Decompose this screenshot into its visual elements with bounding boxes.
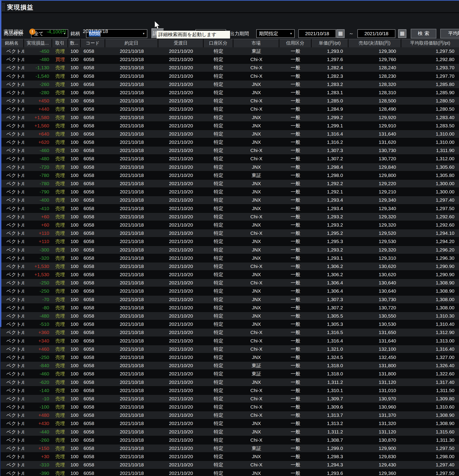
output-period-select[interactable]: 期間指定 ▼: [256, 29, 295, 38]
cell-price: 1,313.7: [312, 411, 348, 419]
cell-margin: 一般: [279, 122, 312, 130]
table-row[interactable]: ベクトル-1,540売埋10060582021/10/182021/10/20特…: [0, 72, 459, 80]
cell-settle-date: 2021/10/20: [158, 64, 204, 72]
column-header-trade[interactable]: 取引: [52, 39, 68, 47]
table-row[interactable]: ベクトル-780売埋10060582021/10/182021/10/20特定東…: [0, 171, 459, 180]
cell-code: 6058: [81, 80, 105, 88]
table-row[interactable]: ベクトル-460売埋10060582021/10/182021/10/20特定東…: [0, 370, 459, 378]
table-row[interactable]: ベクトル-480買埋10060582021/10/182021/10/20特定C…: [0, 56, 459, 64]
table-row[interactable]: ベクトル-250売埋10060582021/10/182021/10/20特定J…: [0, 353, 459, 362]
cell-code: 6058: [81, 97, 105, 105]
cell-account: 特定: [204, 72, 233, 80]
table-row[interactable]: ベクトル+110売埋10060582021/10/182021/10/20特定C…: [0, 229, 459, 238]
column-header-account[interactable]: 口座区分: [204, 39, 233, 47]
cell-amount: 128,320: [348, 80, 401, 88]
table-row[interactable]: ベクトル-780売埋10060582021/10/182021/10/20特定J…: [0, 180, 459, 188]
table-row[interactable]: ベクトル-1,130売埋10060582021/10/182021/10/20特…: [0, 64, 459, 72]
cell-code: 6058: [81, 171, 105, 179]
table-row[interactable]: ベクトル+450売埋10060582021/10/182021/10/20特定C…: [0, 97, 459, 105]
table-row[interactable]: ベクトル-140売埋10060582021/10/182021/10/20特定C…: [0, 387, 459, 395]
table-row[interactable]: ベクトル-790売埋10060582021/10/182021/10/20特定J…: [0, 188, 459, 196]
table-row[interactable]: ベクトル+640売埋10060582021/10/182021/10/20特定J…: [0, 130, 459, 138]
calendar-icon[interactable]: ▦: [398, 29, 406, 38]
table-row[interactable]: ベクトル-410売埋10060582021/10/182021/10/20特定J…: [0, 205, 459, 213]
table-row[interactable]: ベクトル-300売埋10060582021/10/182021/10/20特定J…: [0, 246, 459, 254]
table-row[interactable]: ベクトル-480売埋10060582021/10/182021/10/20特定J…: [0, 312, 459, 320]
table-row[interactable]: ベクトル+1,580売埋10060582021/10/182021/10/20特…: [0, 114, 459, 122]
cell-price: 1,324.5: [312, 353, 348, 361]
table-row[interactable]: ベクトル+110売埋10060582021/10/182021/10/20特定J…: [0, 238, 459, 246]
table-row[interactable]: ベクトル-280売埋10060582021/10/182021/10/20特定J…: [0, 89, 459, 97]
table-row[interactable]: ベクトル-250売埋10060582021/10/182021/10/20特定C…: [0, 279, 459, 287]
table-row[interactable]: ベクトル-840売埋10060582021/10/182021/10/20特定東…: [0, 362, 459, 370]
table-row[interactable]: ベクトル+460売埋10060582021/10/182021/10/20特定C…: [0, 345, 459, 353]
table-row[interactable]: ベクトル-320売埋10060582021/10/182021/10/20特定J…: [0, 254, 459, 263]
table-row[interactable]: ベクトル-100売埋10060582021/10/182021/10/20特定C…: [0, 403, 459, 411]
column-header-settle-date[interactable]: 受渡日: [158, 39, 204, 47]
cell-trade: 売埋: [52, 180, 68, 187]
column-header-trade-date[interactable]: 約定日: [105, 39, 158, 47]
column-header-price[interactable]: 単価(円/pt): [312, 39, 348, 47]
column-header-margin[interactable]: 信用区分: [279, 39, 312, 47]
table-row[interactable]: ベクトル+1,530売埋10060582021/10/182021/10/20特…: [0, 271, 459, 279]
column-header-pl[interactable]: 実現損益...: [24, 39, 52, 47]
column-header-name[interactable]: 銘柄名: [0, 39, 24, 47]
cell-avg-price: 1,308.90: [401, 419, 459, 427]
cell-account: 特定: [204, 411, 233, 419]
table-row[interactable]: ベクトル-80売埋10060582021/10/182021/10/20特定JN…: [0, 304, 459, 312]
search-button[interactable]: 検索: [411, 29, 436, 38]
window-border-left-lower: [0, 327, 1, 476]
drag-handle-icon[interactable]: [2, 3, 5, 12]
table-row[interactable]: ベクトル+150売埋10060582021/10/182021/10/20特定東…: [0, 444, 459, 453]
table-row[interactable]: ベクトル+480売埋10060582021/10/182021/10/20特定C…: [0, 411, 459, 419]
table-row[interactable]: ベクトル+1,530売埋10060582021/10/182021/10/20特…: [0, 263, 459, 271]
average-button[interactable]: 平均取: [440, 29, 459, 38]
column-header-amount[interactable]: 売却/決済額(円): [348, 39, 401, 47]
calendar-icon[interactable]: ▦: [336, 29, 344, 38]
table-row[interactable]: ベクトル+620売埋10060582021/10/182021/10/20特定J…: [0, 138, 459, 146]
cell-price: 1,308.7: [312, 436, 348, 444]
table-row[interactable]: ベクトル+60売埋10060582021/10/182021/10/20特定Ch…: [0, 213, 459, 221]
table-row[interactable]: ベクトル+1,560売埋10060582021/10/182021/10/20特…: [0, 122, 459, 130]
table-row[interactable]: ベクトル+60売埋10060582021/10/182021/10/20特定JN…: [0, 221, 459, 229]
column-header-code[interactable]: コード: [81, 39, 105, 47]
table-header-row: 銘柄名実現損益...取引数...コード約定日受渡日口座区分市場信用区分単価(円/…: [0, 39, 459, 47]
table-row[interactable]: ベクトル-70売埋10060582021/10/182021/10/20特定JN…: [0, 296, 459, 304]
cell-trade: 売埋: [52, 345, 68, 353]
table-row[interactable]: ベクトル-510売埋10060582021/10/182021/10/20特定J…: [0, 320, 459, 329]
table-row[interactable]: ベクトル+430売埋10060582021/10/182021/10/20特定J…: [0, 419, 459, 428]
table-row[interactable]: ベクトル-390売埋10060582021/10/182021/10/20特定J…: [0, 469, 459, 476]
date-to-input[interactable]: 2021/10/18: [357, 29, 395, 38]
cell-settle-date: 2021/10/20: [158, 171, 204, 179]
table-row[interactable]: ベクトル+360売埋10060582021/10/182021/10/20特定C…: [0, 329, 459, 337]
column-header-avg-price[interactable]: 平均取得価額(円/pt): [401, 39, 459, 47]
column-header-market[interactable]: 市場: [233, 39, 279, 47]
table-row[interactable]: ベクトル-720売埋10060582021/10/182021/10/20特定J…: [0, 163, 459, 171]
cell-account: 特定: [204, 469, 233, 476]
cell-pl: -70: [24, 296, 52, 303]
table-row[interactable]: ベクトル-10売埋10060582021/10/182021/10/20特定Ch…: [0, 395, 459, 403]
table-row[interactable]: ベクトル-620売埋10060582021/10/182021/10/20特定J…: [0, 378, 459, 387]
table-row[interactable]: ベクトル-440売埋10060582021/10/182021/10/20特定J…: [0, 428, 459, 436]
cell-market: JNX: [233, 114, 279, 121]
cell-pl: +30: [24, 453, 52, 460]
table-row[interactable]: ベクトル-260売埋10060582021/10/182021/10/20特定J…: [0, 80, 459, 89]
table-row[interactable]: ベクトル-450売埋10060582021/10/182021/10/20特定東…: [0, 47, 459, 56]
table-row[interactable]: ベクトル+440売埋10060582021/10/182021/10/20特定C…: [0, 105, 459, 113]
table-row[interactable]: ベクトル-310売埋10060582021/10/182021/10/20特定C…: [0, 461, 459, 469]
table-row[interactable]: ベクトル-400売埋10060582021/10/182021/10/20特定J…: [0, 196, 459, 204]
cell-market: JNX: [233, 205, 279, 212]
cell-market: JNX: [233, 296, 279, 303]
column-header-qty[interactable]: 数...: [68, 39, 81, 47]
date-from-input[interactable]: 2021/10/18: [298, 29, 336, 38]
table-row[interactable]: ベクトル-260売埋10060582021/10/182021/10/20特定C…: [0, 436, 459, 444]
cell-qty: 100: [68, 196, 81, 204]
table-row[interactable]: ベクトル+30売埋10060582021/10/182021/10/20特定JN…: [0, 453, 459, 461]
cell-trade: 売埋: [52, 155, 68, 162]
table-row[interactable]: ベクトル-250売埋10060582021/10/182021/10/20特定J…: [0, 287, 459, 295]
table-row[interactable]: ベクトル+340売埋10060582021/10/182021/10/20特定C…: [0, 337, 459, 345]
table-row[interactable]: ベクトル-460売埋10060582021/10/182021/10/20特定C…: [0, 146, 459, 155]
cell-amount: 131,640: [348, 130, 401, 138]
cell-amount: 129,530: [348, 238, 401, 245]
table-row[interactable]: ベクトル-480売埋10060582021/10/182021/10/20特定C…: [0, 155, 459, 163]
